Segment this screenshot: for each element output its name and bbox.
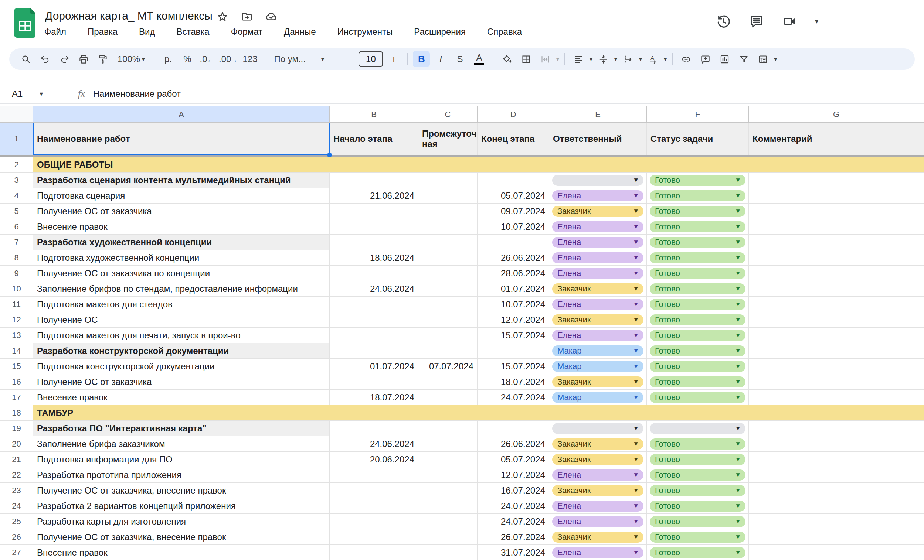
row-header-22[interactable]: 22 xyxy=(0,467,33,483)
chip-status-26[interactable]: Готово▼ xyxy=(650,532,746,543)
cell-E23[interactable]: Заказчик▼ xyxy=(549,483,647,498)
row-header-1[interactable]: 1 xyxy=(0,123,33,155)
chip-status-8[interactable]: Готово▼ xyxy=(650,252,746,264)
cell-C25[interactable] xyxy=(418,514,477,529)
cell-D16[interactable]: 18.07.2024 xyxy=(477,374,549,390)
cell-E16[interactable]: Заказчик▼ xyxy=(549,374,647,390)
cell-G27[interactable] xyxy=(749,545,924,560)
cell-B11[interactable] xyxy=(330,296,418,312)
cell-C10[interactable] xyxy=(418,281,477,296)
cell-G19[interactable] xyxy=(749,421,924,436)
chip-dropdown-caret-icon[interactable]: ▼ xyxy=(735,532,741,543)
fill-color-button[interactable] xyxy=(498,51,515,67)
cell-E14[interactable]: Макар▼ xyxy=(549,343,647,359)
cell-G9[interactable] xyxy=(749,266,924,281)
chip-dropdown-caret-icon[interactable]: ▼ xyxy=(735,237,741,248)
cell-E21[interactable]: Заказчик▼ xyxy=(549,452,647,467)
text-wrap-button[interactable] xyxy=(620,51,637,67)
cell-E4[interactable]: Елена▼ xyxy=(549,188,647,204)
cell-D22[interactable]: 12.07.2024 xyxy=(477,467,549,483)
cell-F17[interactable]: Готово▼ xyxy=(647,390,749,405)
chip-dropdown-caret-icon[interactable]: ▼ xyxy=(633,392,639,403)
chip-dropdown-caret-icon[interactable]: ▼ xyxy=(735,516,741,527)
chip-dropdown-caret-icon[interactable]: ▼ xyxy=(633,485,639,496)
chip-dropdown-caret-icon[interactable]: ▼ xyxy=(633,500,639,512)
cell-A11[interactable]: Подготовка макетов для стендов xyxy=(33,296,330,312)
horizontal-align-button[interactable] xyxy=(570,51,587,67)
chip-dropdown-caret-icon[interactable]: ▼ xyxy=(735,221,741,232)
chip-dropdown-caret-icon[interactable]: ▼ xyxy=(633,470,639,481)
menu-2[interactable]: Правка xyxy=(85,25,120,38)
row-header-5[interactable]: 5 xyxy=(0,204,33,219)
chip-dropdown-caret-icon[interactable]: ▼ xyxy=(735,175,741,186)
cell-G21[interactable] xyxy=(749,452,924,467)
insert-comment-button[interactable] xyxy=(697,51,714,67)
row-header-4[interactable]: 4 xyxy=(0,188,33,204)
table-views-caret-icon[interactable]: ▾ xyxy=(774,56,777,63)
cell-F20[interactable]: Готово▼ xyxy=(647,436,749,452)
cell-F24[interactable]: Готово▼ xyxy=(647,498,749,514)
cell-F1[interactable]: Статус задачи xyxy=(647,123,749,155)
cell-E12[interactable]: Заказчик▼ xyxy=(549,312,647,328)
cell-B1[interactable]: Начало этапа xyxy=(330,123,418,155)
vertical-align-button[interactable] xyxy=(595,51,612,67)
cell-E6[interactable]: Елена▼ xyxy=(549,219,647,235)
cell-D23[interactable]: 16.07.2024 xyxy=(477,483,549,498)
cell-A8[interactable]: Подготовка художественной концепции xyxy=(33,250,330,266)
borders-button[interactable] xyxy=(518,51,534,67)
column-header-F[interactable]: F xyxy=(647,106,749,123)
chip-dropdown-caret-icon[interactable]: ▼ xyxy=(633,221,639,232)
cell-A22[interactable]: Разработка прототипа приложения xyxy=(33,467,330,483)
paint-format-button[interactable] xyxy=(94,51,111,67)
chip-responsible-4[interactable]: Елена▼ xyxy=(552,190,644,201)
cell-F6[interactable]: Готово▼ xyxy=(647,219,749,235)
cell-F13[interactable]: Готово▼ xyxy=(647,328,749,343)
cell-E5[interactable]: Заказчик▼ xyxy=(549,204,647,219)
cell-F16[interactable]: Готово▼ xyxy=(647,374,749,390)
cell-E10[interactable]: Заказчик▼ xyxy=(549,281,647,296)
chip-dropdown-caret-icon[interactable]: ▼ xyxy=(633,330,639,341)
cell-B24[interactable] xyxy=(330,498,418,514)
cell-D6[interactable]: 10.07.2024 xyxy=(477,219,549,235)
chip-status-12[interactable]: Готово▼ xyxy=(650,314,746,325)
chip-dropdown-caret-icon[interactable]: ▼ xyxy=(735,283,741,294)
chip-dropdown-caret-icon[interactable]: ▼ xyxy=(633,345,639,356)
text-rotation-button[interactable]: A xyxy=(645,51,662,67)
zoom-select[interactable]: 100%▾ xyxy=(114,51,149,67)
more-formats-button[interactable]: 123 xyxy=(241,51,259,67)
cell-C6[interactable] xyxy=(418,219,477,235)
cell-E7[interactable]: Елена▼ xyxy=(549,235,647,250)
cell-D19[interactable] xyxy=(477,421,549,436)
row-header-17[interactable]: 17 xyxy=(0,390,33,405)
cell-F12[interactable]: Готово▼ xyxy=(647,312,749,328)
video-call-caret-icon[interactable]: ▾ xyxy=(815,18,818,25)
cell-C5[interactable] xyxy=(418,204,477,219)
cell-E20[interactable]: Заказчик▼ xyxy=(549,436,647,452)
chip-status-7[interactable]: Готово▼ xyxy=(650,237,746,248)
chip-dropdown-caret-icon[interactable]: ▼ xyxy=(633,283,639,294)
cell-D5[interactable]: 09.07.2024 xyxy=(477,204,549,219)
row-header-6[interactable]: 6 xyxy=(0,219,33,235)
create-filter-button[interactable] xyxy=(735,51,753,67)
cell-A1[interactable]: Наименование работ xyxy=(33,123,330,155)
cell-A16[interactable]: Получение ОС от заказчика xyxy=(33,374,330,390)
name-box-caret-icon[interactable]: ▾ xyxy=(39,90,43,97)
cell-F14[interactable]: Готово▼ xyxy=(647,343,749,359)
chip-dropdown-caret-icon[interactable]: ▼ xyxy=(633,190,639,201)
row-header-8[interactable]: 8 xyxy=(0,250,33,266)
menu-6[interactable]: Данные xyxy=(281,25,319,38)
cell-B5[interactable] xyxy=(330,204,418,219)
cell-F21[interactable]: Готово▼ xyxy=(647,452,749,467)
comments-icon[interactable] xyxy=(748,13,765,30)
chip-status-22[interactable]: Готово▼ xyxy=(650,470,746,481)
chip-status-9[interactable]: Готово▼ xyxy=(650,268,746,279)
chip-responsible-13[interactable]: Елена▼ xyxy=(552,330,644,341)
cell-D10[interactable]: 01.07.2024 xyxy=(477,281,549,296)
chip-dropdown-caret-icon[interactable]: ▼ xyxy=(735,345,741,356)
column-header-D[interactable]: D xyxy=(477,106,549,123)
decrease-font-size-button[interactable]: − xyxy=(339,51,356,67)
cell-E19[interactable]: ▼ xyxy=(549,421,647,436)
cell-C27[interactable] xyxy=(418,545,477,560)
cell-B26[interactable] xyxy=(330,529,418,545)
chip-status-17[interactable]: Готово▼ xyxy=(650,392,746,403)
